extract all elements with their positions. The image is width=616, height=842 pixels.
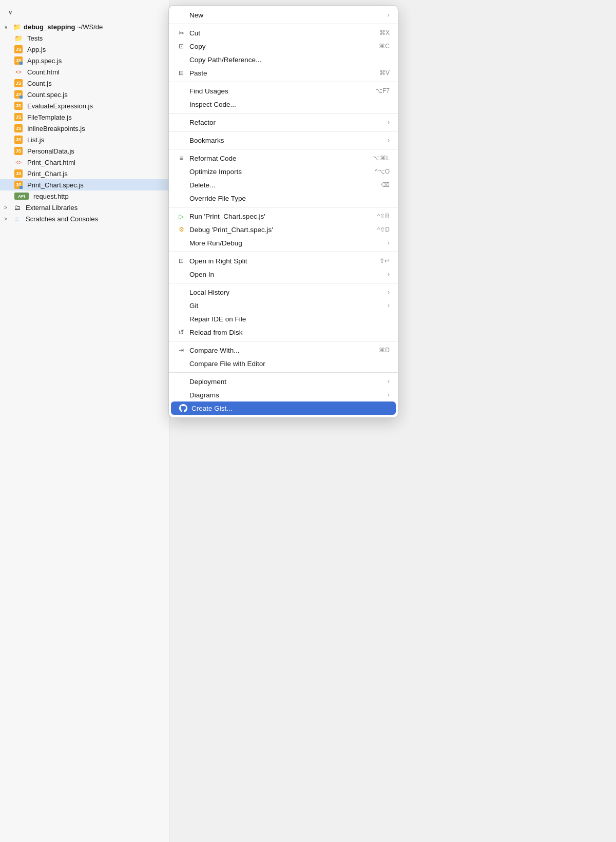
menu-separator-1 xyxy=(169,24,398,24)
menu-item-deployment[interactable]: Deployment› xyxy=(169,375,398,388)
menu-item-open-in-right-split[interactable]: ⊡Open in Right Split⇧↩ xyxy=(169,254,398,267)
menu-item-copy-path[interactable]: Copy Path/Reference... xyxy=(169,53,398,66)
item-label: EvaluateExpression.js xyxy=(27,102,93,110)
sidebar-item-file-template-js[interactable]: JSFileTemplate.js xyxy=(0,111,169,123)
sidebar-item-count-js[interactable]: JSCount.js xyxy=(0,78,169,89)
file-tree: 📁TestsJSApp.jsJSApp.spec.js<>Count.htmlJ… xyxy=(0,32,169,224)
menu-item-bookmarks[interactable]: Bookmarks› xyxy=(169,133,398,147)
sidebar-item-count-spec-js[interactable]: JSCount.spec.js xyxy=(0,89,169,100)
submenu-arrow-icon: › xyxy=(388,11,390,18)
sidebar-item-external-libraries[interactable]: >🗂External Libraries xyxy=(0,202,169,213)
menu-item-open-in[interactable]: Open In› xyxy=(169,267,398,281)
item-label: App.js xyxy=(27,46,46,53)
sidebar-item-personal-data-js[interactable]: JSPersonalData.js xyxy=(0,145,169,157)
context-menu: New›✂Cut⌘X⊡Copy⌘CCopy Path/Reference...⊟… xyxy=(168,5,398,418)
menu-item-diagrams[interactable]: Diagrams› xyxy=(169,388,398,401)
item-label: Open In xyxy=(189,271,384,278)
sidebar-item-evaluate-expression-js[interactable]: JSEvaluateExpression.js xyxy=(0,100,169,111)
item-label: Copy xyxy=(189,43,369,50)
item-label: Deployment xyxy=(189,378,384,386)
item-label: Inspect Code... xyxy=(189,101,390,108)
menu-item-more-run-debug[interactable]: More Run/Debug› xyxy=(169,236,398,250)
menu-item-override-file-type[interactable]: Override File Type xyxy=(169,192,398,205)
menu-item-cut[interactable]: ✂Cut⌘X xyxy=(169,26,398,40)
github-icon xyxy=(179,404,187,412)
menu-item-inspect-code[interactable]: Inspect Code... xyxy=(169,98,398,111)
menu-item-delete[interactable]: Delete...⌫ xyxy=(169,178,398,192)
submenu-arrow-icon: › xyxy=(388,378,390,385)
menu-item-copy[interactable]: ⊡Copy⌘C xyxy=(169,40,398,53)
menu-item-repair-ide[interactable]: Repair IDE on File xyxy=(169,312,398,326)
item-label: Scratches and Consoles xyxy=(26,215,98,223)
menu-item-paste[interactable]: ⊟Paste⌘V xyxy=(169,66,398,80)
item-label: Override File Type xyxy=(189,195,390,202)
item-label: request.http xyxy=(33,193,69,200)
shortcut-label: ⌘C xyxy=(379,43,390,50)
menu-item-run[interactable]: ▷Run 'Print_Chart.spec.js'^⇧R xyxy=(169,209,398,223)
sidebar-item-list-js[interactable]: JSList.js xyxy=(0,134,169,145)
menu-item-git[interactable]: Git› xyxy=(169,299,398,312)
toggle-icon[interactable]: > xyxy=(4,216,10,222)
menu-item-new[interactable]: New› xyxy=(169,8,398,22)
js-spec-icon: JS xyxy=(14,56,23,65)
item-label: Count.html xyxy=(27,68,60,76)
shortcut-label: ^⇧R xyxy=(377,213,390,220)
sidebar: ∨ ∨ 📁 debug_stepping ~/WS/de 📁TestsJSApp… xyxy=(0,0,169,842)
sidebar-item-app-spec-js[interactable]: JSApp.spec.js xyxy=(0,55,169,66)
shortcut-label: ⌫ xyxy=(381,181,390,188)
item-icon: ⚙ xyxy=(176,226,186,233)
item-label: InlineBreakpoints.js xyxy=(27,125,85,132)
menu-separator-18 xyxy=(169,207,398,207)
sidebar-item-inline-breakpoints-js[interactable]: JSInlineBreakpoints.js xyxy=(0,123,169,134)
js-icon: JS xyxy=(14,79,23,87)
item-label: Repair IDE on File xyxy=(189,315,390,323)
menu-item-compare-with-editor[interactable]: Compare File with Editor xyxy=(169,357,398,370)
menu-separator-30 xyxy=(169,341,398,341)
sidebar-item-print-chart-html[interactable]: <>Print_Chart.html xyxy=(0,157,169,168)
item-label: More Run/Debug xyxy=(189,239,384,247)
menu-item-create-gist[interactable]: Create Gist... xyxy=(171,401,396,415)
menu-item-debug[interactable]: ⚙Debug 'Print_Chart.spec.js'^⇧D xyxy=(169,223,398,236)
sidebar-item-print-chart-spec-js[interactable]: JSPrint_Chart.spec.js xyxy=(0,179,169,190)
js-icon: JS xyxy=(14,45,23,53)
sidebar-item-print-chart-js[interactable]: JSPrint_Chart.js xyxy=(0,168,169,179)
item-label: Print_Chart.html xyxy=(27,159,75,166)
toggle-icon[interactable]: > xyxy=(4,205,10,210)
item-icon: ↺ xyxy=(176,328,186,336)
scratches-icon: ≡ xyxy=(13,215,21,223)
sidebar-item-app-js[interactable]: JSApp.js xyxy=(0,44,169,55)
menu-item-reformat-code[interactable]: ≡Reformat Code⌥⌘L xyxy=(169,151,398,165)
menu-item-optimize-imports[interactable]: Optimize Imports^⌥O xyxy=(169,165,398,178)
submenu-arrow-icon: › xyxy=(388,271,390,278)
item-label: Print_Chart.spec.js xyxy=(27,181,84,189)
js-spec-icon: JS xyxy=(14,181,23,189)
item-label: List.js xyxy=(27,136,44,144)
menu-item-refactor[interactable]: Refactor› xyxy=(169,116,398,129)
menu-separator-11 xyxy=(169,131,398,131)
menu-separator-33 xyxy=(169,372,398,373)
submenu-arrow-icon: › xyxy=(388,391,390,398)
item-label: Create Gist... xyxy=(191,405,388,412)
item-label: New xyxy=(189,11,384,19)
html-icon: <> xyxy=(14,68,23,76)
shortcut-label: ^⌥O xyxy=(375,168,390,175)
sidebar-item-scratches-and-consoles[interactable]: >≡Scratches and Consoles xyxy=(0,213,169,224)
sidebar-item-count-html[interactable]: <>Count.html xyxy=(0,66,169,78)
item-icon: ⊟ xyxy=(176,69,186,76)
menu-item-reload-from-disk[interactable]: ↺Reload from Disk xyxy=(169,326,398,339)
item-label: Compare With... xyxy=(189,347,369,354)
sidebar-item-tests[interactable]: 📁Tests xyxy=(0,32,169,44)
item-label: Open in Right Split xyxy=(189,257,369,265)
menu-item-compare-with[interactable]: ⇥Compare With...⌘D xyxy=(169,343,398,357)
item-label: PersonalData.js xyxy=(27,147,74,155)
sidebar-item-request-http[interactable]: APIrequest.http xyxy=(0,190,169,202)
item-label: Run 'Print_Chart.spec.js' xyxy=(189,213,367,220)
item-label: Git xyxy=(189,302,384,310)
sidebar-item-root[interactable]: ∨ 📁 debug_stepping ~/WS/de xyxy=(0,21,169,32)
menu-item-find-usages[interactable]: Find Usages⌥F7 xyxy=(169,84,398,98)
shortcut-label: ⌥⌘L xyxy=(373,155,390,162)
menu-item-local-history[interactable]: Local History› xyxy=(169,285,398,299)
item-label: Local History xyxy=(189,289,384,296)
collapse-toggle[interactable]: ∨ xyxy=(4,24,10,30)
shortcut-label: ⌘X xyxy=(379,29,390,36)
